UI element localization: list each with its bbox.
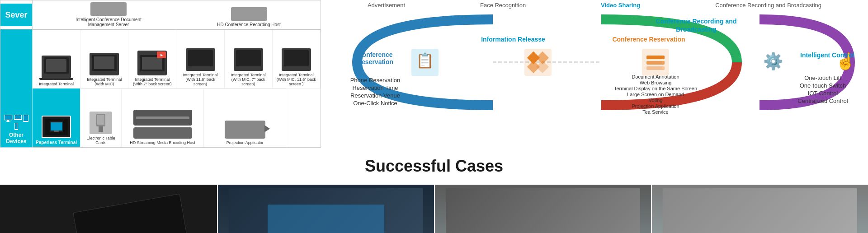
top-labels-row: Advertisement Face Recognition Video Sha… (321, 0, 868, 10)
svg-rect-22 (524, 49, 552, 76)
other-devices-icons (2, 115, 30, 130)
case-images-right (217, 185, 868, 233)
video-sharing-label: Video Sharing (601, 2, 640, 9)
svg-rect-5 (15, 115, 21, 119)
conference-items: Document Annotation Web Browsing Termina… (601, 74, 710, 115)
server-row: Sever Intelligent Conference Document Ma… (0, 0, 321, 29)
other-devices-label: Other Devices (0, 29, 32, 147)
case-photo-2 (434, 185, 651, 233)
advert-label: Advertisement (368, 2, 405, 9)
devices-panel: Sever Intelligent Conference Document Ma… (0, 0, 321, 148)
svg-rect-17 (97, 115, 104, 125)
other-3: Projection Applicator (204, 89, 286, 147)
svg-rect-29 (646, 61, 665, 65)
conf-rec-broad-label: Conference Recording and Broadcasting (656, 17, 737, 33)
terminals-grid: Integrated Terminal Integrated Terminal … (32, 29, 321, 147)
svg-point-9 (25, 121, 26, 122)
terminal-6: Integrated Terminal (With MIC, 11.6" bac… (273, 30, 321, 89)
svg-rect-18 (99, 126, 103, 132)
laptop-icon (14, 115, 22, 121)
case-photo-3 (651, 185, 868, 233)
paperless-terminal: Paperless Terminal (33, 89, 80, 147)
cases-title: Successful Cases (0, 157, 868, 176)
terminal-5: Integrated Terminal (With MIC, 7" back s… (225, 30, 273, 89)
tablet-icon (23, 115, 28, 122)
diagram-panel: Advertisement Face Recognition Video Sha… (321, 0, 868, 148)
phone-icon (14, 123, 18, 130)
conf-reservation-left: Conference Reservation (339, 51, 411, 65)
monitor-icon (4, 115, 13, 122)
svg-rect-15 (54, 130, 59, 132)
svg-rect-28 (646, 56, 665, 59)
cases-section: Successful Cases (0, 148, 868, 180)
terminal-4: Integrated Terminal (With 11.6" back scr… (176, 30, 224, 89)
svg-rect-14 (51, 122, 62, 130)
svg-text:📋: 📋 (416, 52, 434, 69)
svg-rect-8 (24, 115, 28, 121)
server-item-1: Intelligent Conference Document Manageme… (72, 2, 145, 27)
server-items: Intelligent Conference Document Manageme… (32, 0, 321, 29)
case-photo-1 (217, 185, 434, 233)
svg-rect-3 (6, 121, 10, 122)
svg-rect-2 (7, 120, 9, 121)
server-item-2: HD Conference Recording Host (217, 7, 281, 27)
table-card-icon (94, 114, 108, 132)
svg-text:⚙️: ⚙️ (763, 51, 783, 71)
diagram-area: 📋 ⚙️ ☝️ Conference Rese (321, 10, 868, 114)
reservation-items: Phone Reservation Reservation Time Reser… (321, 76, 429, 107)
other-2: HD Streaming Media Encoding Host (122, 89, 204, 147)
svg-rect-6 (14, 119, 22, 120)
server-label: Sever (0, 4, 32, 26)
svg-rect-30 (646, 66, 665, 70)
conf-rec-label: Conference Recording and Broadcasting (715, 2, 821, 9)
terminal-2: Integrated Terminal (With MIC) (80, 30, 128, 89)
intelligent-control-label: Intelligent Control (787, 51, 868, 59)
face-recog-label: Face Recognition (480, 2, 526, 9)
svg-rect-11 (15, 123, 18, 129)
top-section: Sever Intelligent Conference Document Ma… (0, 0, 868, 148)
svg-point-12 (16, 129, 16, 130)
case-image-left (0, 185, 217, 233)
terminal-3: ▶ Integrated Terminal (With 7" back scre… (128, 30, 176, 89)
terminal-1: Integrated Terminal (33, 30, 80, 89)
devices-grid-row: Other Devices Integrated Terminal (0, 29, 321, 147)
info-release-label: Information Releasse (479, 35, 547, 43)
conf-reservation-right: Conference Reservation (610, 35, 687, 43)
other-1: Electronic Table Cards (80, 89, 122, 147)
svg-rect-1 (5, 115, 12, 120)
intelligent-items: One-touch Lift One-touch Switch IOT Cont… (782, 74, 863, 105)
cases-images (0, 185, 868, 233)
screen-icon (50, 121, 63, 132)
